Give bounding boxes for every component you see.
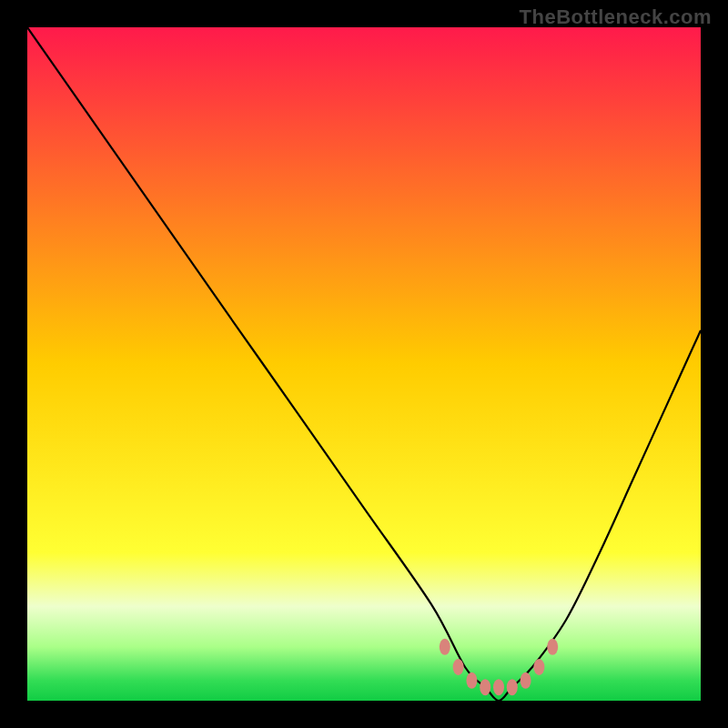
watermark-text: TheBottleneck.com bbox=[520, 5, 712, 29]
marker-dot bbox=[480, 679, 490, 695]
chart-frame: { "watermark": "TheBottleneck.com", "col… bbox=[0, 0, 728, 728]
marker-dot bbox=[533, 659, 544, 675]
marker-dot bbox=[521, 672, 531, 689]
marker-dot bbox=[547, 639, 558, 655]
marker-dot bbox=[507, 679, 518, 695]
marker-dot bbox=[440, 639, 450, 655]
gradient-background bbox=[27, 27, 701, 701]
plot-svg bbox=[27, 27, 701, 701]
marker-dot bbox=[453, 659, 464, 675]
marker-dot bbox=[493, 679, 504, 695]
plot-area bbox=[27, 27, 701, 701]
marker-dot bbox=[466, 672, 477, 689]
